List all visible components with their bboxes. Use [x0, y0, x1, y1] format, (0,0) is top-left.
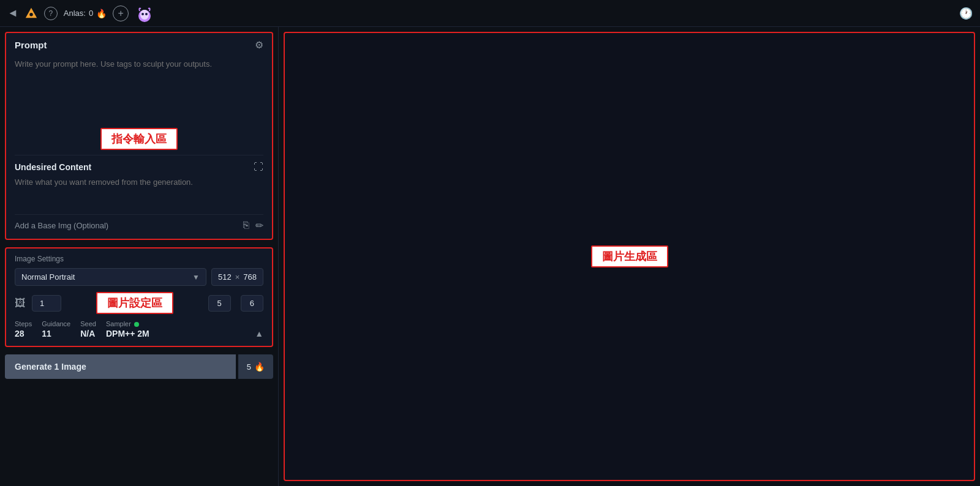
nav-left-group: ◄ ? Anlas: 0 🔥 +	[7, 4, 154, 23]
help-icon[interactable]: ?	[44, 7, 58, 20]
generate-anlas-count: 5	[247, 362, 251, 372]
sampler-dot-icon	[134, 322, 139, 327]
settings-row-batch: 🖼 圖片設定區 5 6	[15, 292, 263, 314]
settings-row-params: Steps 28 Guidance 11 Seed N/A Sampler	[15, 320, 263, 338]
steps-value: 28	[15, 329, 32, 338]
undesired-title: Undesired Content	[15, 162, 91, 172]
prompt-header: Prompt ⚙	[6, 33, 272, 54]
settings-chinese-label: 圖片設定區	[96, 292, 173, 314]
svg-point-5	[145, 13, 148, 15]
edit-icon[interactable]: ✏	[255, 220, 263, 231]
prompt-title: Prompt	[15, 40, 47, 50]
sampler-label: Sampler	[106, 320, 149, 327]
steps-label: Steps	[15, 320, 32, 327]
image-settings-title: Image Settings	[15, 255, 263, 263]
portrait-preset-label: Normal Portrait	[21, 272, 75, 282]
novelai-mascot-icon	[135, 4, 154, 23]
prompt-input[interactable]	[6, 54, 272, 122]
sampler-param: Sampler DPM++ 2M	[106, 320, 149, 338]
collapse-settings-icon[interactable]: ▲	[255, 329, 263, 338]
mascot-icon	[135, 4, 154, 23]
portrait-preset-select[interactable]: Normal Portrait ▼	[15, 268, 206, 286]
generate-area: Generate 1 Image 5 🔥	[5, 354, 273, 379]
svg-point-4	[141, 13, 144, 15]
sampler-value: DPM++ 2M	[106, 329, 149, 338]
generate-anlas-fire-icon: 🔥	[254, 362, 265, 372]
back-arrow-icon[interactable]: ◄	[7, 7, 18, 20]
settings-chinese-label-area: 圖片設定區	[67, 292, 202, 314]
prompt-chinese-label-area: 指令輸入區	[6, 124, 272, 155]
undesired-header: Undesired Content ⛶	[6, 155, 272, 175]
seed-param: Seed N/A	[80, 320, 96, 338]
seed-label: Seed	[80, 320, 96, 327]
settings-row-portrait: Normal Portrait ▼ 512 × 768	[15, 268, 263, 286]
svg-point-1	[29, 13, 33, 17]
settings-num2[interactable]: 6	[241, 295, 263, 312]
base-image-row: Add a Base Img (Optional) ⎘ ✏	[6, 215, 272, 239]
guidance-label: Guidance	[42, 320, 70, 327]
prompt-settings-button[interactable]: ⚙	[255, 39, 263, 51]
guidance-value: 11	[42, 329, 70, 338]
settings-params-group: Steps 28 Guidance 11 Seed N/A Sampler	[15, 320, 149, 338]
width-value: 512	[218, 272, 232, 282]
image-settings-section: Image Settings Normal Portrait ▼ 512 × 7…	[5, 247, 273, 347]
portrait-dropdown-arrow: ▼	[192, 273, 200, 282]
base-image-icons: ⎘ ✏	[243, 220, 263, 231]
undesired-expand-icon[interactable]: ⛶	[254, 162, 263, 173]
main-layout: Prompt ⚙ 指令輸入區 Undesired Content ⛶ Add a…	[0, 27, 980, 486]
settings-num1[interactable]: 5	[208, 295, 231, 312]
image-generation-panel: 圖片生成區	[284, 32, 975, 481]
settings-numbers: 5 6	[208, 295, 263, 312]
steps-param: Steps 28	[15, 320, 32, 338]
left-panel: Prompt ⚙ 指令輸入區 Undesired Content ⛶ Add a…	[0, 27, 279, 486]
history-icon[interactable]: 🕐	[959, 7, 973, 20]
paste-icon[interactable]: ⎘	[243, 220, 249, 231]
dimensions-display: 512 × 768	[211, 268, 263, 286]
guidance-param: Guidance 11	[42, 320, 70, 338]
seed-value: N/A	[80, 329, 96, 338]
undesired-input[interactable]	[6, 175, 272, 212]
svg-point-3	[140, 10, 149, 20]
nav-right-group: 🕐	[959, 7, 973, 20]
batch-icon: 🖼	[15, 297, 26, 310]
anlas-coin-icon: 🔥	[96, 9, 107, 18]
base-image-label: Add a Base Img (Optional)	[15, 221, 108, 230]
anlas-value: 0	[89, 9, 93, 18]
prompt-chinese-label: 指令輸入區	[100, 128, 178, 150]
height-value: 768	[243, 272, 257, 282]
top-navigation: ◄ ? Anlas: 0 🔥 + 🕐	[0, 0, 980, 27]
generate-anlas-button[interactable]: 5 🔥	[238, 354, 273, 379]
dimensions-x-separator: ×	[235, 272, 240, 282]
image-generation-chinese-label: 圖片生成區	[591, 245, 668, 267]
prompt-undesired-section: Prompt ⚙ 指令輸入區 Undesired Content ⛶ Add a…	[5, 32, 273, 240]
add-button[interactable]: +	[113, 6, 129, 21]
generate-button[interactable]: Generate 1 Image	[5, 354, 236, 379]
anlas-label: Anlas:	[64, 9, 86, 18]
batch-count-input[interactable]	[32, 295, 61, 312]
anlas-display: Anlas: 0 🔥	[64, 9, 107, 18]
svg-marker-0	[26, 7, 37, 18]
nav-logo-icon	[24, 7, 38, 20]
